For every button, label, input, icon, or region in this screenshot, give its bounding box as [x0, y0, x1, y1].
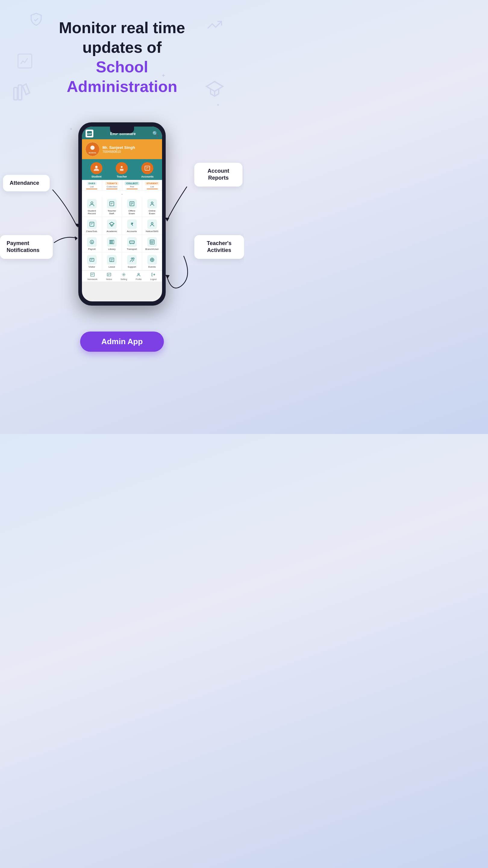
payroll-icon: $: [87, 237, 97, 247]
payment-label: PaymentNotifications: [0, 235, 53, 259]
user-info: Mr. Sanjeet Singh 7004680810: [102, 145, 135, 153]
nav-homework[interactable]: Homework: [87, 273, 97, 280]
online-exam-label: OnlineExam: [149, 210, 156, 215]
support-icon: [127, 255, 137, 265]
menu-grid: StudentRecord TeacherStaff. OfflineExam: [82, 196, 162, 270]
svg-point-56: [152, 259, 153, 260]
menu-academic[interactable]: Academic: [102, 217, 122, 235]
student-record-icon: [87, 199, 97, 209]
svg-rect-16: [145, 166, 150, 170]
svg-rect-35: [111, 240, 112, 244]
phone-screen: ERP ERP Software 🔍 SCHOOL: [82, 127, 162, 301]
student-record-label: StudentRecord: [88, 210, 96, 215]
svg-point-67: [123, 274, 124, 275]
menu-online-exam[interactable]: OnlineExam: [142, 196, 162, 217]
student-icon: [90, 162, 102, 174]
dues-list[interactable]: DUES List: [82, 180, 102, 190]
svg-marker-6: [165, 218, 169, 221]
svg-rect-46: [90, 258, 94, 261]
svg-marker-5: [75, 236, 78, 241]
teacher-staff-icon: [107, 199, 117, 209]
dues-row: DUES List TODAY'S Collection COLLECT Fee: [82, 180, 162, 191]
library-label: Library: [108, 248, 116, 250]
profile-label: Profile: [135, 278, 141, 280]
admin-btn-wrapper: Admin App: [0, 332, 244, 352]
menu-branch-user[interactable]: Branch/User: [142, 235, 162, 253]
leave-label: Leave: [108, 266, 115, 268]
svg-point-68: [138, 273, 139, 275]
menu-library[interactable]: Library: [102, 235, 122, 253]
branch-user-label: Branch/User: [145, 248, 159, 250]
svg-rect-20: [110, 202, 114, 206]
teacher-activities-label: Teacher'sActivities: [194, 235, 244, 259]
teacher-staff-label: TeacherStaff.: [107, 210, 116, 215]
accounts-icon: [141, 162, 153, 174]
quick-accounts[interactable]: Accounts: [141, 162, 154, 178]
svg-marker-7: [165, 275, 170, 279]
quick-icons-row: Student Teacher Accounts: [82, 159, 162, 180]
student-label: Student: [91, 175, 101, 178]
svg-point-39: [133, 243, 133, 244]
class-sub-label: Class/Sub.: [86, 230, 98, 233]
visitor-icon: [87, 255, 97, 265]
app-logo: ERP: [86, 130, 93, 137]
nav-profile[interactable]: Profile: [135, 273, 141, 280]
menu-support[interactable]: Support: [122, 253, 142, 270]
nav-setting[interactable]: Setting: [121, 273, 127, 280]
notice-sms-label: Notice/SMS: [146, 230, 158, 233]
user-avatar: SCHOOL: [86, 142, 99, 156]
hero-section: Monitor real time updates of School Admi…: [0, 0, 244, 102]
user-banner: SCHOOL Mr. Sanjeet Singh 7004680810: [82, 139, 162, 159]
menu-offline-exam[interactable]: OfflineExam: [122, 196, 142, 217]
menu-payroll[interactable]: $ Payroll: [82, 235, 102, 253]
homework-icon: [90, 273, 95, 278]
svg-point-14: [121, 166, 123, 168]
menu-accounts[interactable]: ₹ Accounts: [122, 217, 142, 235]
phone-notch: [110, 127, 134, 133]
offline-exam-icon: [127, 199, 137, 209]
svg-rect-61: [91, 273, 94, 276]
academic-label: Academic: [107, 230, 117, 233]
svg-point-31: [151, 222, 153, 224]
menu-notice-sms[interactable]: Notice/SMS: [142, 217, 162, 235]
todays-collection[interactable]: TODAY'S Collection: [102, 180, 122, 190]
nav-notice[interactable]: Notice: [106, 273, 112, 280]
student-list[interactable]: STUDENT List: [142, 180, 162, 190]
attendance-label: Attendance: [3, 175, 50, 191]
menu-student-record[interactable]: StudentRecord: [82, 196, 102, 217]
payroll-label: Payroll: [88, 248, 96, 250]
hero-title: Monitor real time updates of School Admi…: [0, 18, 244, 96]
svg-point-54: [133, 258, 134, 259]
svg-rect-34: [110, 240, 110, 244]
events-label: Events: [149, 266, 156, 268]
notice-sms-icon: [147, 219, 157, 229]
offline-exam-label: OfflineExam: [128, 210, 135, 215]
notice-label: Notice: [106, 278, 112, 280]
logout-label: Logout: [150, 278, 156, 280]
svg-point-11: [90, 146, 95, 150]
menu-leave[interactable]: Leave: [102, 253, 122, 270]
svg-rect-36: [112, 240, 114, 244]
quick-student[interactable]: Student: [90, 162, 102, 178]
scroll-hint: ⌄: [82, 191, 162, 196]
academic-icon: [107, 219, 117, 229]
collect-fee[interactable]: COLLECT Fee: [122, 180, 142, 190]
accounts-label: Accounts: [141, 175, 154, 178]
svg-point-38: [130, 243, 131, 244]
teacher-label: Teacher: [117, 175, 127, 178]
menu-visitor[interactable]: Visitor: [82, 253, 102, 270]
svg-rect-15: [120, 169, 124, 171]
menu-events[interactable]: Events: [142, 253, 162, 270]
admin-app-button[interactable]: Admin App: [80, 332, 164, 352]
svg-text:$: $: [91, 241, 93, 244]
menu-class-sub[interactable]: Class/Sub.: [82, 217, 102, 235]
menu-teacher-staff[interactable]: TeacherStaff.: [102, 196, 122, 217]
menu-transport[interactable]: Transport: [122, 235, 142, 253]
user-phone: 7004680810: [102, 150, 135, 153]
setting-icon: [122, 273, 126, 278]
quick-teacher[interactable]: Teacher: [116, 162, 128, 178]
svg-rect-64: [107, 273, 111, 276]
search-icon[interactable]: 🔍: [153, 131, 158, 136]
homework-label: Homework: [87, 278, 97, 280]
nav-logout[interactable]: Logout: [150, 273, 156, 280]
